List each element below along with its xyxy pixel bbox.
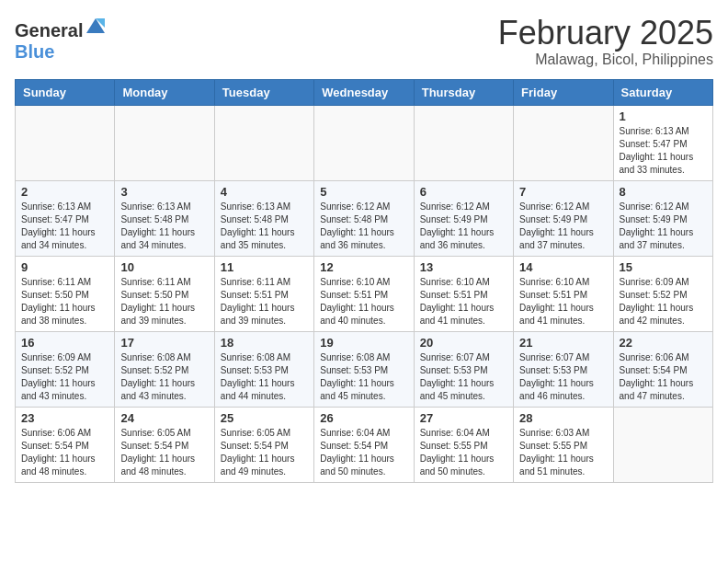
day-info: Sunrise: 6:13 AM Sunset: 5:47 PM Dayligh… bbox=[620, 125, 707, 177]
day-cell bbox=[115, 105, 214, 180]
day-info: Sunrise: 6:05 AM Sunset: 5:54 PM Dayligh… bbox=[221, 427, 308, 478]
day-number: 12 bbox=[320, 260, 407, 274]
day-number: 14 bbox=[519, 260, 607, 274]
day-cell: 27Sunrise: 6:04 AM Sunset: 5:55 PM Dayli… bbox=[414, 407, 513, 482]
day-cell: 28Sunrise: 6:03 AM Sunset: 5:55 PM Dayli… bbox=[514, 407, 613, 482]
day-number: 19 bbox=[320, 336, 407, 350]
day-number: 3 bbox=[120, 185, 208, 199]
day-cell: 24Sunrise: 6:05 AM Sunset: 5:54 PM Dayli… bbox=[115, 407, 214, 482]
day-cell: 19Sunrise: 6:08 AM Sunset: 5:53 PM Dayli… bbox=[314, 331, 414, 407]
day-info: Sunrise: 6:13 AM Sunset: 5:48 PM Dayligh… bbox=[120, 201, 208, 252]
day-cell: 5Sunrise: 6:12 AM Sunset: 5:48 PM Daylig… bbox=[314, 180, 414, 256]
day-cell bbox=[613, 407, 712, 482]
logo-text: General Blue bbox=[15, 15, 107, 63]
day-number: 26 bbox=[320, 411, 407, 425]
logo: General Blue bbox=[15, 15, 107, 63]
title-block: February 2025 Malawag, Bicol, Philippine… bbox=[498, 15, 713, 68]
day-cell: 16Sunrise: 6:09 AM Sunset: 5:52 PM Dayli… bbox=[16, 331, 115, 407]
day-cell bbox=[214, 105, 313, 180]
day-number: 22 bbox=[620, 336, 707, 350]
day-info: Sunrise: 6:04 AM Sunset: 5:55 PM Dayligh… bbox=[420, 427, 507, 478]
day-info: Sunrise: 6:04 AM Sunset: 5:54 PM Dayligh… bbox=[320, 427, 407, 478]
day-info: Sunrise: 6:12 AM Sunset: 5:49 PM Dayligh… bbox=[519, 201, 607, 252]
day-cell: 6Sunrise: 6:12 AM Sunset: 5:49 PM Daylig… bbox=[414, 180, 513, 256]
col-header-monday: Monday bbox=[115, 79, 214, 105]
day-info: Sunrise: 6:12 AM Sunset: 5:49 PM Dayligh… bbox=[620, 201, 707, 252]
day-info: Sunrise: 6:07 AM Sunset: 5:53 PM Dayligh… bbox=[519, 351, 607, 403]
day-number: 8 bbox=[620, 185, 707, 199]
day-info: Sunrise: 6:09 AM Sunset: 5:52 PM Dayligh… bbox=[620, 276, 707, 327]
day-number: 20 bbox=[420, 336, 507, 350]
day-info: Sunrise: 6:06 AM Sunset: 5:54 PM Dayligh… bbox=[21, 427, 108, 478]
day-number: 15 bbox=[620, 260, 707, 274]
day-cell: 10Sunrise: 6:11 AM Sunset: 5:50 PM Dayli… bbox=[115, 256, 214, 331]
col-header-sunday: Sunday bbox=[16, 79, 115, 105]
subtitle: Malawag, Bicol, Philippines bbox=[498, 52, 713, 68]
col-header-tuesday: Tuesday bbox=[214, 79, 313, 105]
day-info: Sunrise: 6:12 AM Sunset: 5:48 PM Dayligh… bbox=[320, 201, 407, 252]
day-info: Sunrise: 6:03 AM Sunset: 5:55 PM Dayligh… bbox=[519, 427, 607, 478]
day-cell: 21Sunrise: 6:07 AM Sunset: 5:53 PM Dayli… bbox=[514, 331, 613, 407]
page-header: General Blue February 2025 Malawag, Bico… bbox=[15, 15, 713, 68]
week-row-4: 16Sunrise: 6:09 AM Sunset: 5:52 PM Dayli… bbox=[16, 331, 713, 407]
logo-general: General bbox=[15, 20, 83, 40]
day-cell: 3Sunrise: 6:13 AM Sunset: 5:48 PM Daylig… bbox=[115, 180, 214, 256]
day-number: 13 bbox=[420, 260, 507, 274]
day-info: Sunrise: 6:08 AM Sunset: 5:52 PM Dayligh… bbox=[120, 351, 208, 403]
day-cell: 8Sunrise: 6:12 AM Sunset: 5:49 PM Daylig… bbox=[613, 180, 712, 256]
day-cell: 17Sunrise: 6:08 AM Sunset: 5:52 PM Dayli… bbox=[115, 331, 214, 407]
day-info: Sunrise: 6:11 AM Sunset: 5:51 PM Dayligh… bbox=[221, 276, 308, 327]
day-cell: 13Sunrise: 6:10 AM Sunset: 5:51 PM Dayli… bbox=[414, 256, 513, 331]
day-cell: 15Sunrise: 6:09 AM Sunset: 5:52 PM Dayli… bbox=[613, 256, 712, 331]
day-info: Sunrise: 6:10 AM Sunset: 5:51 PM Dayligh… bbox=[420, 276, 507, 327]
day-cell: 11Sunrise: 6:11 AM Sunset: 5:51 PM Dayli… bbox=[214, 256, 313, 331]
day-cell: 25Sunrise: 6:05 AM Sunset: 5:54 PM Dayli… bbox=[214, 407, 313, 482]
day-cell bbox=[514, 105, 613, 180]
day-number: 23 bbox=[21, 411, 108, 425]
week-row-1: 1Sunrise: 6:13 AM Sunset: 5:47 PM Daylig… bbox=[16, 105, 713, 180]
day-info: Sunrise: 6:08 AM Sunset: 5:53 PM Dayligh… bbox=[320, 351, 407, 403]
day-number: 5 bbox=[320, 185, 407, 199]
day-number: 21 bbox=[519, 336, 607, 350]
day-cell: 4Sunrise: 6:13 AM Sunset: 5:48 PM Daylig… bbox=[214, 180, 313, 256]
day-info: Sunrise: 6:12 AM Sunset: 5:49 PM Dayligh… bbox=[420, 201, 507, 252]
week-row-3: 9Sunrise: 6:11 AM Sunset: 5:50 PM Daylig… bbox=[16, 256, 713, 331]
day-cell: 9Sunrise: 6:11 AM Sunset: 5:50 PM Daylig… bbox=[16, 256, 115, 331]
day-cell: 14Sunrise: 6:10 AM Sunset: 5:51 PM Dayli… bbox=[514, 256, 613, 331]
logo-blue: Blue bbox=[15, 41, 54, 62]
day-cell: 23Sunrise: 6:06 AM Sunset: 5:54 PM Dayli… bbox=[16, 407, 115, 482]
day-number: 27 bbox=[420, 411, 507, 425]
col-header-wednesday: Wednesday bbox=[314, 79, 414, 105]
day-number: 17 bbox=[120, 336, 208, 350]
day-cell: 18Sunrise: 6:08 AM Sunset: 5:53 PM Dayli… bbox=[214, 331, 313, 407]
day-number: 1 bbox=[620, 109, 707, 123]
day-cell: 2Sunrise: 6:13 AM Sunset: 5:47 PM Daylig… bbox=[16, 180, 115, 256]
day-number: 4 bbox=[221, 185, 308, 199]
day-number: 6 bbox=[420, 185, 507, 199]
day-number: 9 bbox=[21, 260, 108, 274]
day-number: 28 bbox=[519, 411, 607, 425]
logo-icon bbox=[85, 15, 107, 37]
day-info: Sunrise: 6:08 AM Sunset: 5:53 PM Dayligh… bbox=[221, 351, 308, 403]
col-header-friday: Friday bbox=[514, 79, 613, 105]
day-cell: 1Sunrise: 6:13 AM Sunset: 5:47 PM Daylig… bbox=[613, 105, 712, 180]
day-info: Sunrise: 6:06 AM Sunset: 5:54 PM Dayligh… bbox=[620, 351, 707, 403]
day-info: Sunrise: 6:10 AM Sunset: 5:51 PM Dayligh… bbox=[320, 276, 407, 327]
day-info: Sunrise: 6:07 AM Sunset: 5:53 PM Dayligh… bbox=[420, 351, 507, 403]
day-number: 11 bbox=[221, 260, 308, 274]
day-number: 2 bbox=[21, 185, 108, 199]
day-number: 10 bbox=[120, 260, 208, 274]
day-cell bbox=[314, 105, 414, 180]
col-header-saturday: Saturday bbox=[613, 79, 712, 105]
day-cell bbox=[414, 105, 513, 180]
day-info: Sunrise: 6:10 AM Sunset: 5:51 PM Dayligh… bbox=[519, 276, 607, 327]
col-header-thursday: Thursday bbox=[414, 79, 513, 105]
day-number: 25 bbox=[221, 411, 308, 425]
calendar-table: SundayMondayTuesdayWednesdayThursdayFrid… bbox=[15, 79, 713, 483]
day-cell: 7Sunrise: 6:12 AM Sunset: 5:49 PM Daylig… bbox=[514, 180, 613, 256]
day-cell: 26Sunrise: 6:04 AM Sunset: 5:54 PM Dayli… bbox=[314, 407, 414, 482]
calendar-header-row: SundayMondayTuesdayWednesdayThursdayFrid… bbox=[16, 79, 713, 105]
day-info: Sunrise: 6:11 AM Sunset: 5:50 PM Dayligh… bbox=[21, 276, 108, 327]
day-number: 24 bbox=[120, 411, 208, 425]
day-cell: 12Sunrise: 6:10 AM Sunset: 5:51 PM Dayli… bbox=[314, 256, 414, 331]
